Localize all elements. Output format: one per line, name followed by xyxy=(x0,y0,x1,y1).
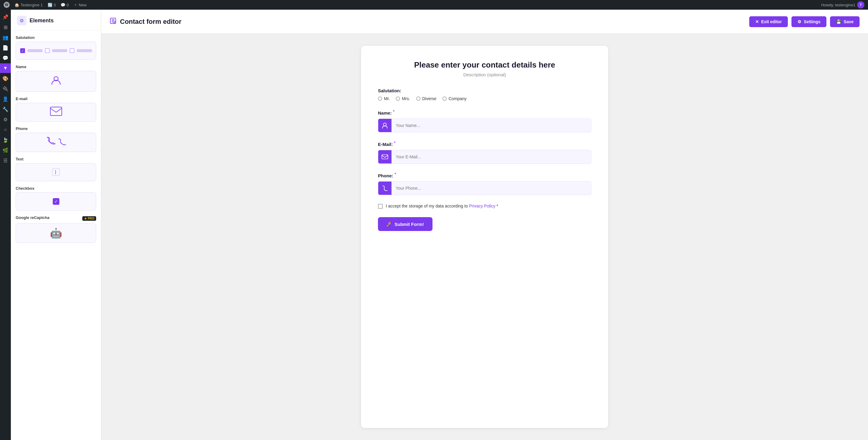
editor-title-icon xyxy=(110,18,116,26)
sal-option-diverse[interactable]: Diverse xyxy=(416,96,436,101)
nav-comments[interactable]: 💬 xyxy=(0,53,11,63)
recaptcha-label: Google reCaptcha xyxy=(16,215,50,220)
svg-rect-5 xyxy=(382,155,388,159)
salutation-options: Mr. Mrs. Diverse Company xyxy=(378,96,591,101)
wp-logo: W xyxy=(4,2,10,8)
sal-option-company[interactable]: Company xyxy=(442,96,467,101)
phone-required: * xyxy=(395,172,396,176)
sal-radio-mrs[interactable] xyxy=(396,96,400,101)
home-icon: 🏠 xyxy=(14,3,19,7)
comments-item[interactable]: 💬 0 xyxy=(61,3,69,7)
updates-item[interactable]: 🔄 3 xyxy=(48,3,56,7)
nav-menu[interactable]: ☰ xyxy=(0,156,11,165)
consent-required-star: * xyxy=(496,204,498,208)
sal-label-diverse: Diverse xyxy=(422,96,436,101)
icon-nav: 📌 ⊞ 👥 📄 💬 ▼ 🎨 🔌 👤 🔧 ⚙ ○ 🍃 🌿 ☰ xyxy=(0,10,11,440)
nav-leaf2[interactable]: 🌿 xyxy=(0,145,11,155)
exit-icon: ✕ xyxy=(755,19,759,24)
site-name[interactable]: 🏠 Testengine 1 xyxy=(14,3,43,7)
form-field-email: E-Mail: * xyxy=(378,141,591,164)
nav-people[interactable]: 👥 xyxy=(0,33,11,42)
sal-label-mr: Mr. xyxy=(384,96,390,101)
sal-line-3 xyxy=(77,49,92,52)
name-icon xyxy=(51,75,61,88)
consent-row: I accept the storage of my data accordin… xyxy=(378,204,591,209)
elements-header: ⚙ Elements xyxy=(11,10,101,30)
elements-panel: ⚙ Elements Salutation ✓ xyxy=(11,10,101,440)
wp-logo-item[interactable]: W xyxy=(4,2,10,8)
phone-label: Phone xyxy=(16,126,96,131)
sal-radio-company[interactable] xyxy=(442,96,447,101)
editor-title-area: Contact form editor xyxy=(110,18,181,26)
phone-input[interactable] xyxy=(392,183,591,194)
nav-plugin-active[interactable]: ▼ xyxy=(0,63,11,73)
sal-option-mrs[interactable]: Mrs. xyxy=(396,96,410,101)
text-label: Text xyxy=(16,157,96,162)
name-input[interactable] xyxy=(392,120,591,131)
name-required: * xyxy=(393,110,395,114)
new-item[interactable]: ＋ New xyxy=(73,2,87,7)
phone-card[interactable] xyxy=(16,133,96,152)
nav-appearance[interactable]: 🎨 xyxy=(0,74,11,83)
name-card[interactable] xyxy=(16,71,96,92)
salutation-card[interactable]: ✓ xyxy=(16,41,96,60)
sal-option-mr[interactable]: Mr. xyxy=(378,96,390,101)
checkbox-label: Checkbox xyxy=(16,186,96,190)
element-group-text: Text xyxy=(16,157,96,181)
updates-icon: 🔄 xyxy=(48,3,53,7)
submit-icon: 🚀 xyxy=(386,222,392,227)
sal-checkbox-empty-1 xyxy=(45,48,50,53)
settings-button[interactable]: ⚙ Settings xyxy=(792,16,827,27)
form-description: Description (optional) xyxy=(378,72,591,77)
pro-badge: ★ PRO xyxy=(82,216,96,221)
consent-text: I accept the storage of my data accordin… xyxy=(386,204,498,208)
element-group-name: Name xyxy=(16,64,96,92)
nav-settings[interactable]: ⚙ xyxy=(0,115,11,124)
name-label: Name xyxy=(16,64,96,69)
name-input-icon xyxy=(378,119,392,132)
form-wrapper: Please enter your contact details here D… xyxy=(361,46,608,428)
sal-label-company: Company xyxy=(448,96,467,101)
recaptcha-icon: 🤖 xyxy=(50,227,62,239)
recaptcha-card[interactable]: 🤖 xyxy=(16,224,96,243)
phone-icon xyxy=(46,137,66,148)
sal-radio-diverse[interactable] xyxy=(416,96,421,101)
exit-editor-button[interactable]: ✕ Exit editor xyxy=(749,16,788,27)
nav-leaf1[interactable]: 🍃 xyxy=(0,135,11,145)
save-icon: 💾 xyxy=(836,19,841,24)
settings-icon: ⚙ xyxy=(798,19,801,24)
topbar-right: Howdy, testengine1 T xyxy=(821,1,864,8)
element-group-checkbox: Checkbox ✓ xyxy=(16,186,96,210)
howdy-text: Howdy, testengine1 xyxy=(821,3,855,7)
nav-users[interactable]: 👤 xyxy=(0,94,11,104)
element-group-phone: Phone xyxy=(16,126,96,152)
checkbox-card[interactable]: ✓ xyxy=(16,193,96,210)
email-field-label: E-Mail: * xyxy=(378,141,591,147)
form-field-salutation: Salutation: Mr. Mrs. Diverse xyxy=(378,88,591,101)
email-card[interactable] xyxy=(16,103,96,121)
submit-button[interactable]: 🚀 Submit Form! xyxy=(378,217,433,231)
consent-checkbox[interactable] xyxy=(378,204,383,209)
phone-input-icon xyxy=(378,181,392,195)
privacy-policy-link[interactable]: Privacy Policy xyxy=(469,204,495,208)
name-field-label: Name: * xyxy=(378,110,591,116)
sal-line-1 xyxy=(27,49,42,52)
text-card[interactable] xyxy=(16,163,96,181)
nav-circle[interactable]: ○ xyxy=(0,125,11,135)
sal-radio-mr[interactable] xyxy=(378,96,382,101)
nav-blocks[interactable]: ⊞ xyxy=(0,22,11,32)
nav-pages[interactable]: 📄 xyxy=(0,43,11,53)
save-button[interactable]: 💾 Save xyxy=(830,16,860,27)
editor-actions: ✕ Exit editor ⚙ Settings 💾 Save xyxy=(749,16,860,27)
nav-tools[interactable]: 🔧 xyxy=(0,104,11,114)
email-input[interactable] xyxy=(392,151,591,162)
svg-rect-1 xyxy=(50,107,62,116)
email-required: * xyxy=(394,141,396,145)
email-input-row xyxy=(378,150,591,164)
salutation-label: Salutation xyxy=(16,35,96,40)
form-field-name: Name: * xyxy=(378,110,591,133)
nav-pin[interactable]: 📌 xyxy=(0,12,11,22)
pro-text: PRO xyxy=(88,217,94,220)
app-container: 📌 ⊞ 👥 📄 💬 ▼ 🎨 🔌 👤 🔧 ⚙ ○ 🍃 🌿 ☰ ⚙ Elements… xyxy=(0,10,868,440)
nav-plugins[interactable]: 🔌 xyxy=(0,84,11,93)
